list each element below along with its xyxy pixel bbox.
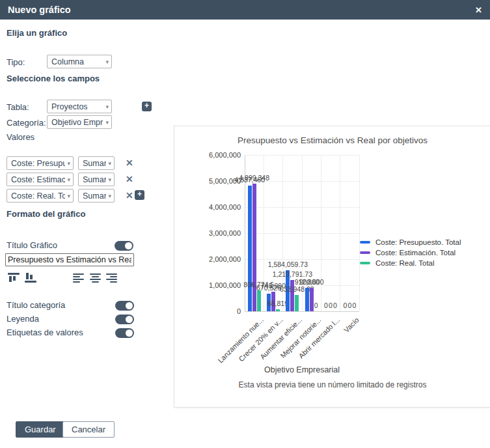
legend-marker (360, 241, 370, 244)
value-label: 0 (314, 301, 318, 309)
icon-line (25, 281, 36, 283)
value-label: 900,600 (299, 278, 324, 286)
bar (310, 288, 314, 311)
x-tick-label: Vacío (342, 316, 361, 334)
y-tick-label: 5,000,000 (193, 177, 241, 185)
y-tick-label: 0 (193, 307, 241, 315)
bar (252, 184, 256, 311)
legend-item: Coste: Real. Total (360, 259, 461, 267)
legend-marker (360, 262, 370, 264)
chevron-down-icon: ▾ (105, 59, 109, 65)
save-button[interactable]: Guardar (16, 421, 65, 438)
y-tick-label: 4,000,000 (193, 203, 241, 211)
gridline-vertical (321, 155, 321, 311)
table-select[interactable]: Proyectos ▾ (47, 100, 112, 113)
chevron-down-icon: ▾ (67, 160, 70, 167)
value-label: 1,584,059.73 (268, 260, 308, 268)
toggle-knob (126, 316, 133, 323)
legend-label: Coste: Real. Total (375, 259, 435, 267)
y-tick-label: 1,000,000 (193, 281, 241, 289)
value-agg-2: Sumar (83, 175, 106, 184)
category-label: Categoría: (7, 118, 46, 128)
dialog-header: Nuevo gráfico ✕ (0, 0, 490, 20)
remove-value-icon-1[interactable]: ✕ (126, 158, 133, 167)
legend-label: Leyenda (7, 314, 39, 324)
legend-item: Coste: Estimación. Total (360, 249, 461, 257)
y-tick-label: 2,000,000 (193, 255, 241, 263)
value-label: 0 (329, 301, 333, 309)
toggle-knob (125, 242, 132, 249)
value-agg-1: Sumar (83, 159, 106, 168)
chart-title: Presupuesto vs Estimación vs Real por ob… (174, 135, 490, 145)
format-heading: Formato del gráfico (7, 209, 85, 219)
chevron-down-icon: ▾ (67, 193, 70, 199)
value-agg-select-1[interactable]: Sumar ▾ (78, 156, 115, 170)
gridline-vertical (340, 155, 340, 311)
value-labels-label: Etiquetas de valores (7, 328, 83, 337)
y-tick-label: 3,000,000 (193, 229, 241, 237)
value-agg-select-3[interactable]: Sumar ▾ (78, 189, 115, 203)
gridline-vertical (359, 155, 360, 311)
remove-value-icon-2[interactable]: ✕ (126, 175, 133, 184)
chevron-down-icon: ▾ (108, 193, 111, 199)
value-field-1: Coste: Presupu (11, 159, 65, 168)
bar (276, 309, 280, 311)
value-label: 0 (324, 301, 328, 309)
value-label: 66,819 (267, 300, 288, 307)
icon-bars (8, 275, 20, 283)
value-label: 4,899,348 (239, 174, 269, 182)
bar (295, 295, 299, 311)
chevron-down-icon: ▾ (105, 119, 109, 126)
value-agg-select-2[interactable]: Sumar ▾ (78, 173, 115, 186)
table-select-value: Proyectos (51, 102, 103, 111)
align-center-icon[interactable] (90, 273, 101, 283)
title-position-top-icon[interactable] (8, 273, 20, 283)
bar (257, 290, 261, 311)
category-select[interactable]: Objetivo Empr ▾ (47, 115, 112, 129)
chart-legend: Coste: Presupuesto. TotalCoste: Estimaci… (360, 238, 461, 270)
type-select[interactable]: Columna ▾ (47, 55, 112, 68)
value-field-select-3[interactable]: Coste: Real. To ▾ (7, 189, 74, 203)
select-fields-heading: Seleccione los campos (7, 74, 100, 83)
values-label: Valores (7, 132, 34, 142)
bar (248, 186, 252, 311)
value-label: 0 (343, 301, 347, 309)
add-value-button[interactable]: + (135, 190, 144, 200)
add-table-button[interactable]: + (142, 102, 152, 111)
remove-value-icon-3[interactable]: ✕ (126, 191, 133, 200)
chevron-down-icon: ▾ (105, 104, 109, 110)
legend-marker (360, 251, 370, 254)
legend-label: Coste: Presupuesto. Total (375, 238, 461, 246)
chart-preview-panel: Presupuesto vs Estimación vs Real por ob… (174, 126, 490, 408)
title-position-bottom-icon[interactable] (25, 273, 36, 283)
type-select-value: Columna (51, 57, 103, 66)
value-labels-toggle[interactable] (115, 328, 134, 338)
category-title-toggle[interactable] (115, 301, 134, 311)
value-label: 0 (352, 301, 356, 309)
align-right-icon[interactable] (106, 273, 117, 283)
value-field-select-1[interactable]: Coste: Presupu ▾ (7, 156, 74, 170)
toggle-knob (126, 302, 133, 309)
chevron-down-icon: ▾ (67, 176, 70, 183)
legend-label: Coste: Estimación. Total (375, 249, 456, 257)
plot-area: 4,837,4604,899,348806,774.5670,526745,99… (245, 155, 359, 311)
chart-title-label: Título Gráfico (7, 240, 57, 250)
table-label: Tabla: (7, 102, 29, 112)
choose-chart-heading: Elija un gráfico (7, 28, 67, 38)
value-label: 0 (333, 301, 337, 309)
value-agg-3: Sumar (83, 191, 106, 201)
value-field-2: Coste: Estimac (11, 175, 65, 184)
category-select-value: Objetivo Empr (51, 118, 103, 127)
x-axis-title: Objetivo Empresarial (224, 365, 380, 374)
legend-toggle[interactable] (115, 315, 134, 324)
align-left-icon[interactable] (73, 273, 84, 283)
legend-item: Coste: Presupuesto. Total (360, 238, 461, 246)
preview-footnote: Esta vista previa tiene un número limita… (174, 380, 490, 389)
cancel-button[interactable]: Cancelar (62, 421, 115, 438)
chart-title-input[interactable] (5, 253, 134, 266)
chart-title-toggle[interactable] (115, 241, 133, 251)
close-icon[interactable]: ✕ (475, 6, 482, 14)
value-field-select-2[interactable]: Coste: Estimac ▾ (7, 173, 74, 186)
value-label: 1,210,791.73 (273, 270, 312, 278)
toggle-knob (126, 329, 133, 337)
